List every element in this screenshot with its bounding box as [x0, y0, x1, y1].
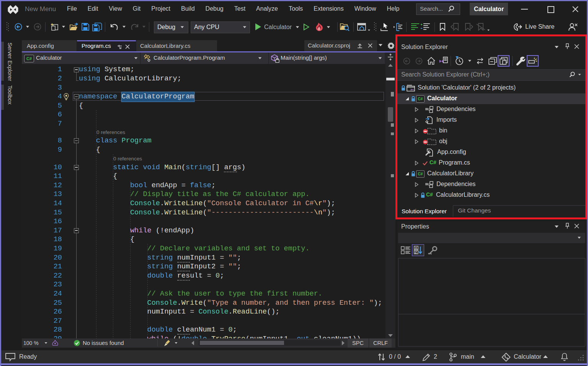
svg-text:Z: Z [415, 250, 417, 254]
svg-text:A: A [415, 246, 418, 250]
